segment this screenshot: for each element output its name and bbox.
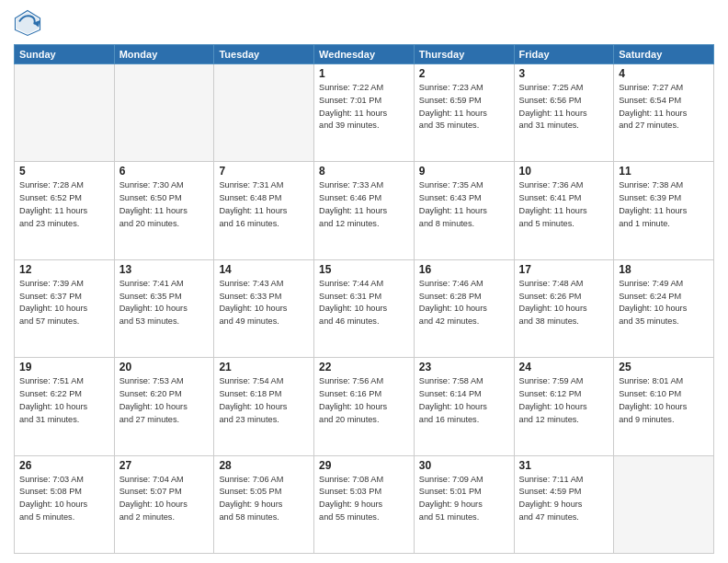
day-number: 18 — [619, 263, 709, 276]
day-info: Sunrise: 7:28 AM Sunset: 6:52 PM Dayligh… — [19, 179, 109, 230]
day-number: 9 — [419, 165, 509, 178]
day-cell: 5Sunrise: 7:28 AM Sunset: 6:52 PM Daylig… — [15, 162, 115, 259]
day-number: 6 — [119, 165, 210, 178]
day-number: 1 — [319, 67, 409, 80]
day-number: 11 — [619, 165, 709, 178]
logo-icon — [14, 9, 41, 37]
weekday-monday: Monday — [114, 45, 214, 64]
day-info: Sunrise: 7:54 AM Sunset: 6:18 PM Dayligh… — [219, 375, 309, 426]
day-number: 5 — [19, 165, 109, 178]
day-number: 20 — [119, 361, 210, 373]
day-info: Sunrise: 7:03 AM Sunset: 5:08 PM Dayligh… — [19, 474, 109, 524]
page: SundayMondayTuesdayWednesdayThursdayFrid… — [0, 0, 728, 563]
day-cell: 13Sunrise: 7:41 AM Sunset: 6:35 PM Dayli… — [114, 259, 214, 357]
day-number: 2 — [419, 67, 509, 80]
day-info: Sunrise: 7:39 AM Sunset: 6:37 PM Dayligh… — [19, 278, 109, 328]
day-number: 13 — [119, 263, 210, 276]
day-info: Sunrise: 7:51 AM Sunset: 6:22 PM Dayligh… — [19, 375, 109, 426]
day-cell: 11Sunrise: 7:38 AM Sunset: 6:39 PM Dayli… — [614, 162, 714, 259]
day-cell: 7Sunrise: 7:31 AM Sunset: 6:48 PM Daylig… — [214, 162, 314, 259]
day-number: 25 — [619, 361, 709, 373]
weekday-header-row: SundayMondayTuesdayWednesdayThursdayFrid… — [15, 45, 714, 64]
day-cell: 30Sunrise: 7:09 AM Sunset: 5:01 PM Dayli… — [414, 455, 514, 553]
day-info: Sunrise: 7:35 AM Sunset: 6:43 PM Dayligh… — [419, 179, 509, 230]
day-cell: 3Sunrise: 7:25 AM Sunset: 6:56 PM Daylig… — [514, 64, 614, 162]
day-number: 17 — [519, 263, 609, 276]
day-cell: 31Sunrise: 7:11 AM Sunset: 4:59 PM Dayli… — [514, 455, 614, 553]
day-cell: 25Sunrise: 8:01 AM Sunset: 6:10 PM Dayli… — [614, 358, 714, 455]
week-row-2: 5Sunrise: 7:28 AM Sunset: 6:52 PM Daylig… — [15, 162, 714, 259]
day-info: Sunrise: 7:25 AM Sunset: 6:56 PM Dayligh… — [519, 82, 609, 132]
day-info: Sunrise: 7:58 AM Sunset: 6:14 PM Dayligh… — [419, 375, 509, 426]
day-cell — [114, 64, 214, 162]
day-number: 16 — [419, 263, 509, 276]
day-number: 14 — [219, 263, 309, 276]
day-cell: 21Sunrise: 7:54 AM Sunset: 6:18 PM Dayli… — [214, 358, 314, 455]
day-info: Sunrise: 7:36 AM Sunset: 6:41 PM Dayligh… — [519, 179, 609, 230]
week-row-5: 26Sunrise: 7:03 AM Sunset: 5:08 PM Dayli… — [15, 455, 714, 553]
day-cell: 2Sunrise: 7:23 AM Sunset: 6:59 PM Daylig… — [414, 64, 514, 162]
day-info: Sunrise: 8:01 AM Sunset: 6:10 PM Dayligh… — [619, 375, 709, 426]
day-cell: 28Sunrise: 7:06 AM Sunset: 5:05 PM Dayli… — [214, 455, 314, 553]
day-cell: 18Sunrise: 7:49 AM Sunset: 6:24 PM Dayli… — [614, 259, 714, 357]
day-cell: 10Sunrise: 7:36 AM Sunset: 6:41 PM Dayli… — [514, 162, 614, 259]
day-cell — [15, 64, 115, 162]
day-cell: 17Sunrise: 7:48 AM Sunset: 6:26 PM Dayli… — [514, 259, 614, 357]
day-number: 15 — [319, 263, 409, 276]
day-cell: 19Sunrise: 7:51 AM Sunset: 6:22 PM Dayli… — [15, 358, 115, 455]
day-info: Sunrise: 7:11 AM Sunset: 4:59 PM Dayligh… — [519, 474, 609, 524]
day-cell: 26Sunrise: 7:03 AM Sunset: 5:08 PM Dayli… — [15, 455, 115, 553]
day-info: Sunrise: 7:46 AM Sunset: 6:28 PM Dayligh… — [419, 278, 509, 328]
day-number: 21 — [219, 361, 309, 373]
day-cell: 14Sunrise: 7:43 AM Sunset: 6:33 PM Dayli… — [214, 259, 314, 357]
day-cell: 1Sunrise: 7:22 AM Sunset: 7:01 PM Daylig… — [314, 64, 415, 162]
header — [14, 9, 714, 37]
day-info: Sunrise: 7:23 AM Sunset: 6:59 PM Dayligh… — [419, 82, 509, 132]
day-info: Sunrise: 7:41 AM Sunset: 6:35 PM Dayligh… — [119, 278, 210, 328]
weekday-tuesday: Tuesday — [214, 45, 314, 64]
weekday-saturday: Saturday — [614, 45, 714, 64]
day-info: Sunrise: 7:30 AM Sunset: 6:50 PM Dayligh… — [119, 179, 210, 230]
day-info: Sunrise: 7:48 AM Sunset: 6:26 PM Dayligh… — [519, 278, 609, 328]
day-number: 30 — [419, 459, 509, 472]
day-number: 26 — [19, 459, 109, 472]
day-info: Sunrise: 7:43 AM Sunset: 6:33 PM Dayligh… — [219, 278, 309, 328]
day-cell — [214, 64, 314, 162]
day-cell: 24Sunrise: 7:59 AM Sunset: 6:12 PM Dayli… — [514, 358, 614, 455]
day-number: 29 — [319, 459, 409, 472]
day-cell: 12Sunrise: 7:39 AM Sunset: 6:37 PM Dayli… — [15, 259, 115, 357]
day-cell: 6Sunrise: 7:30 AM Sunset: 6:50 PM Daylig… — [114, 162, 214, 259]
day-info: Sunrise: 7:53 AM Sunset: 6:20 PM Dayligh… — [119, 375, 210, 426]
day-cell: 16Sunrise: 7:46 AM Sunset: 6:28 PM Dayli… — [414, 259, 514, 357]
calendar-table: SundayMondayTuesdayWednesdayThursdayFrid… — [14, 44, 714, 554]
day-info: Sunrise: 7:49 AM Sunset: 6:24 PM Dayligh… — [619, 278, 709, 328]
day-number: 10 — [519, 165, 609, 178]
week-row-3: 12Sunrise: 7:39 AM Sunset: 6:37 PM Dayli… — [15, 259, 714, 357]
day-number: 28 — [219, 459, 309, 472]
weekday-wednesday: Wednesday — [314, 45, 415, 64]
day-number: 27 — [119, 459, 210, 472]
day-number: 23 — [419, 361, 509, 373]
day-number: 31 — [519, 459, 609, 472]
weekday-thursday: Thursday — [414, 45, 514, 64]
week-row-4: 19Sunrise: 7:51 AM Sunset: 6:22 PM Dayli… — [15, 358, 714, 455]
day-info: Sunrise: 7:31 AM Sunset: 6:48 PM Dayligh… — [219, 179, 309, 230]
day-number: 19 — [19, 361, 109, 373]
day-info: Sunrise: 7:38 AM Sunset: 6:39 PM Dayligh… — [619, 179, 709, 230]
day-cell: 22Sunrise: 7:56 AM Sunset: 6:16 PM Dayli… — [314, 358, 415, 455]
day-info: Sunrise: 7:22 AM Sunset: 7:01 PM Dayligh… — [319, 82, 409, 132]
weekday-sunday: Sunday — [15, 45, 115, 64]
day-cell: 23Sunrise: 7:58 AM Sunset: 6:14 PM Dayli… — [414, 358, 514, 455]
day-info: Sunrise: 7:08 AM Sunset: 5:03 PM Dayligh… — [319, 474, 409, 524]
day-number: 22 — [319, 361, 409, 373]
day-info: Sunrise: 7:04 AM Sunset: 5:07 PM Dayligh… — [119, 474, 210, 524]
day-number: 12 — [19, 263, 109, 276]
day-cell: 4Sunrise: 7:27 AM Sunset: 6:54 PM Daylig… — [614, 64, 714, 162]
week-row-1: 1Sunrise: 7:22 AM Sunset: 7:01 PM Daylig… — [15, 64, 714, 162]
day-info: Sunrise: 7:06 AM Sunset: 5:05 PM Dayligh… — [219, 474, 309, 524]
day-number: 4 — [619, 67, 709, 80]
weekday-friday: Friday — [514, 45, 614, 64]
day-number: 3 — [519, 67, 609, 80]
day-info: Sunrise: 7:27 AM Sunset: 6:54 PM Dayligh… — [619, 82, 709, 132]
day-info: Sunrise: 7:09 AM Sunset: 5:01 PM Dayligh… — [419, 474, 509, 524]
